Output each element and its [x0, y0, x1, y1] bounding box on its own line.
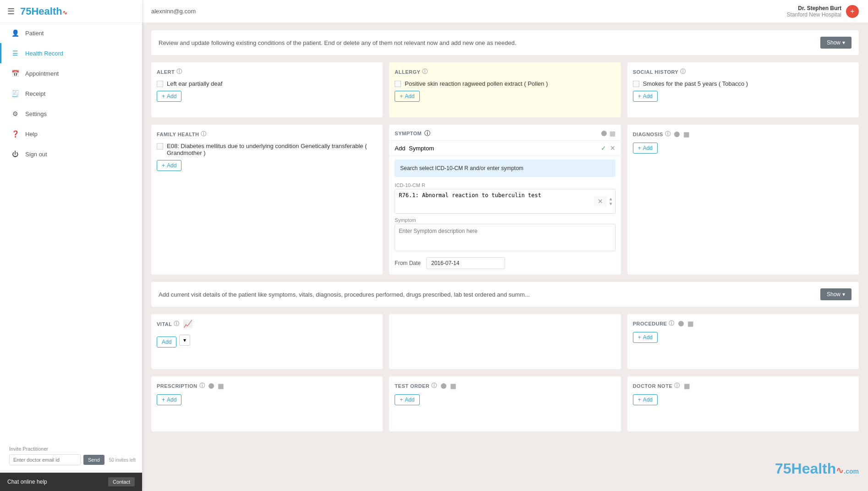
- sidebar-item-patient[interactable]: 👤 Patient: [0, 23, 142, 43]
- test-order-info-icon: ⓘ: [431, 382, 437, 390]
- show-button-2[interactable]: Show ▾: [820, 288, 852, 300]
- symptom-cancel-icon[interactable]: ✕: [610, 144, 615, 152]
- sidebar-item-label: Help: [25, 131, 38, 138]
- invite-input-row: Send 50 invites left: [9, 454, 133, 465]
- plus-icon: +: [638, 93, 641, 99]
- from-date-input[interactable]: [426, 257, 505, 269]
- vital-chart-icon: 📈: [183, 320, 193, 328]
- vital-info-icon: ⓘ: [174, 320, 180, 328]
- vital-dropdown-icon[interactable]: ▾: [179, 335, 190, 346]
- help-icon: ❓: [11, 130, 20, 138]
- alert-info-icon: ⓘ: [176, 68, 182, 76]
- sidebar-item-sign-out[interactable]: ⏻ Sign out: [0, 144, 142, 164]
- sidebar-item-label: Receipt: [25, 90, 45, 97]
- symptom-table-icon: ▦: [610, 130, 615, 137]
- plus-icon: +: [162, 93, 165, 99]
- from-date-label: From Date: [395, 260, 421, 266]
- diagnosis-circle-icon: [674, 132, 680, 137]
- alert-item: Left ear partially deaf: [157, 80, 377, 87]
- patient-icon: 👤: [11, 29, 20, 37]
- prescription-add-button[interactable]: + Add: [157, 394, 181, 405]
- settings-icon: ⚙: [11, 110, 20, 117]
- add-patient-icon[interactable]: +: [846, 5, 859, 18]
- symptom-confirm-icon[interactable]: ✓: [601, 144, 606, 152]
- social-history-item: Smokes for the past 5 years ( Tobacco ): [633, 80, 853, 87]
- social-history-checkbox[interactable]: [633, 81, 639, 87]
- sidebar-item-label: Health Record: [25, 50, 63, 57]
- test-order-add-button[interactable]: + Add: [395, 394, 419, 405]
- allergy-card-title: ALLERGY ⓘ: [395, 68, 615, 76]
- top-cards-grid: ALERT ⓘ Left ear partially deaf + Add AL…: [151, 62, 859, 117]
- diagnosis-card: DIAGNOSIS ⓘ ▦ + Add: [627, 125, 859, 275]
- allergy-checkbox[interactable]: [395, 81, 401, 87]
- procedure-add-button[interactable]: + Add: [633, 332, 658, 343]
- allergy-item-text: Positive skin reaction ragweed pollen ex…: [405, 80, 548, 87]
- doctor-info: Dr. Stephen Burt Stanford New Hospital: [787, 5, 841, 18]
- icd-input-row: ✕ ▲▼: [395, 189, 615, 214]
- social-history-card-title: SOCIAL HISTORY ⓘ: [633, 68, 853, 76]
- icd-clear-icon[interactable]: ✕: [594, 196, 607, 207]
- sidebar-item-label: Appointment: [25, 70, 59, 77]
- sidebar-item-receipt[interactable]: 🧾 Receipt: [0, 83, 142, 104]
- family-health-checkbox[interactable]: [157, 143, 163, 149]
- diagnosis-add-button[interactable]: + Add: [633, 143, 658, 154]
- logo: 75Health∿: [20, 6, 67, 17]
- show-button-1[interactable]: Show ▾: [820, 37, 852, 49]
- allergy-info-icon: ⓘ: [422, 68, 428, 76]
- top-right-section: Dr. Stephen Burt Stanford New Hospital +: [787, 5, 859, 18]
- main-content: alexninn@g.com Dr. Stephen Burt Stanford…: [142, 0, 868, 491]
- procedure-info-icon: ⓘ: [669, 320, 675, 327]
- sidebar-item-help[interactable]: ❓ Help: [0, 124, 142, 144]
- vital-add-button[interactable]: Add: [157, 337, 176, 348]
- diagnosis-card-title: DIAGNOSIS ⓘ ▦: [633, 130, 853, 138]
- alert-card-title: ALERT ⓘ: [157, 68, 377, 76]
- vital-card: VITAL ⓘ 📈 Add ▾: [151, 314, 383, 369]
- doctor-note-add-button[interactable]: + Add: [633, 394, 658, 405]
- sidebar-item-health-record[interactable]: ☰ Health Record: [0, 43, 142, 63]
- plus-icon: +: [400, 93, 403, 99]
- symptom-title-row: SYMPTOM ⓘ: [395, 129, 430, 138]
- icd-input[interactable]: [395, 189, 593, 213]
- sidebar-item-settings[interactable]: ⚙ Settings: [0, 104, 142, 124]
- symptom-textarea[interactable]: [395, 224, 615, 251]
- bottom-cards-grid: VITAL ⓘ 📈 Add ▾ PROCEDURE ⓘ: [151, 314, 859, 369]
- family-health-item: E08: Diabetes mellitus due to underlying…: [157, 143, 377, 156]
- social-history-card: SOCIAL HISTORY ⓘ Smokes for the past 5 y…: [627, 62, 859, 117]
- doctor-hospital: Stanford New Hospital: [787, 11, 841, 18]
- procedure-table-icon: ▦: [687, 320, 694, 327]
- diagnosis-table-icon: ▦: [683, 131, 690, 138]
- sidebar-item-label: Settings: [25, 110, 47, 117]
- alert-checkbox[interactable]: [157, 81, 163, 87]
- social-history-add-button[interactable]: + Add: [633, 91, 658, 102]
- procedure-card: PROCEDURE ⓘ ▦ + Add: [627, 314, 859, 369]
- invite-email-input[interactable]: [9, 454, 81, 465]
- sidebar-nav: 👤 Patient ☰ Health Record 📅 Appointment …: [0, 23, 142, 164]
- sidebar-item-appointment[interactable]: 📅 Appointment: [0, 63, 142, 83]
- send-invite-button[interactable]: Send: [83, 455, 104, 465]
- appointment-icon: 📅: [11, 70, 20, 77]
- allergy-add-button[interactable]: + Add: [395, 91, 419, 102]
- social-history-info-icon: ⓘ: [680, 68, 686, 76]
- test-order-card: TEST ORDER ⓘ ▦ + Add: [389, 376, 621, 431]
- doctor-note-info-icon: ⓘ: [674, 382, 680, 390]
- alert-item-text: Left ear partially deaf: [167, 80, 222, 87]
- icd-scroll-icon: ▲▼: [607, 196, 615, 206]
- alert-add-button[interactable]: + Add: [157, 91, 181, 102]
- family-health-add-button[interactable]: + Add: [157, 160, 181, 171]
- procedure-circle-icon: [678, 321, 684, 326]
- sidebar-item-label: Patient: [25, 30, 44, 37]
- symptom-card: SYMPTOM ⓘ ▦ Add Symptom ✓ ✕: [389, 125, 621, 275]
- symptom-header: SYMPTOM ⓘ ▦: [389, 125, 621, 140]
- hamburger-menu[interactable]: ☰: [7, 6, 15, 17]
- symptom-card-title: SYMPTOM: [395, 131, 422, 136]
- symptom-info-icon: ⓘ: [424, 129, 430, 138]
- from-date-row: From Date: [389, 253, 621, 275]
- chat-bar: Chat online help Contact: [0, 473, 142, 491]
- family-health-card-title: FAMILY HEALTH ⓘ: [157, 130, 377, 138]
- info-bar-2-text: Add current visit details of the patient…: [159, 291, 530, 298]
- contact-button[interactable]: Contact: [108, 477, 135, 486]
- test-order-circle-icon: [441, 383, 446, 389]
- chat-label: Chat online help: [7, 479, 47, 485]
- plus-icon: +: [638, 397, 641, 403]
- prescription-circle-icon: [209, 383, 214, 389]
